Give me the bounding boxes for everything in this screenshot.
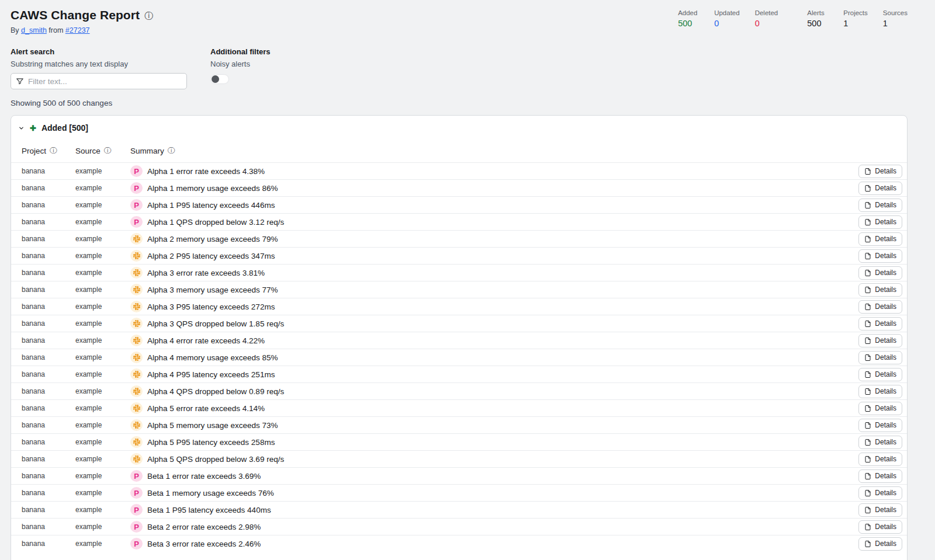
details-button[interactable]: Details [858, 215, 902, 229]
column-info-icon[interactable]: ⓘ [104, 147, 112, 155]
details-button[interactable]: Details [858, 249, 902, 263]
column-header-label: Summary [130, 147, 164, 155]
details-button[interactable]: Details [858, 436, 902, 449]
alert-type-icon: P [130, 487, 143, 499]
details-button[interactable]: Details [858, 368, 902, 381]
row-project: banana [22, 302, 75, 311]
info-icon[interactable]: ⓘ [144, 11, 153, 20]
details-button-label: Details [875, 252, 896, 260]
details-button[interactable]: Details [858, 520, 902, 534]
row-project: banana [22, 319, 75, 328]
stat: Updated 0 [714, 9, 739, 28]
details-button-label: Details [875, 523, 896, 531]
slack-icon [133, 269, 140, 276]
document-icon [864, 388, 871, 395]
details-button[interactable]: Details [858, 199, 902, 212]
row-source: example [75, 472, 130, 480]
alert-type-icon: P [130, 538, 143, 549]
details-button[interactable]: Details [858, 317, 902, 331]
row-source: example [75, 269, 130, 277]
row-summary-text: Alpha 3 P95 latency exceeds 272ms [147, 302, 275, 311]
byline-middle: from [49, 26, 63, 34]
document-icon [864, 235, 871, 243]
details-button[interactable]: Details [858, 351, 902, 364]
noisy-alerts-toggle[interactable] [210, 74, 229, 84]
details-button[interactable]: Details [858, 402, 902, 415]
details-button[interactable]: Details [858, 486, 902, 500]
stat-label: Added [678, 9, 699, 16]
details-button-label: Details [875, 387, 896, 395]
report-ref-link[interactable]: #27237 [65, 26, 90, 34]
slack-icon [133, 455, 140, 462]
alert-type-icon: P [130, 182, 143, 194]
column-info-icon[interactable]: ⓘ [50, 147, 57, 155]
details-button[interactable]: Details [858, 334, 902, 347]
column-header-label: Source [75, 147, 101, 155]
details-button-label: Details [875, 167, 896, 175]
slack-icon [133, 388, 140, 395]
document-icon [864, 201, 871, 209]
row-summary-text: Alpha 1 P95 latency exceeds 446ms [147, 201, 275, 210]
row-project: banana [22, 387, 75, 395]
details-button[interactable]: Details [858, 165, 902, 178]
row-summary: P Alpha 2 memory usage exceeds 79% [130, 233, 858, 245]
details-button[interactable]: Details [858, 232, 902, 246]
table-row: banana example P Beta 3 error rate excee… [11, 535, 907, 552]
table-row: banana example P Beta 1 memory usage exc… [11, 484, 907, 501]
details-button[interactable]: Details [858, 469, 902, 483]
alert-type-icon: P [130, 504, 143, 516]
stats-summary: Added 500 Updated 0 Deleted 0 Alerts 500… [678, 8, 908, 28]
column-info-icon[interactable]: ⓘ [168, 147, 175, 155]
details-button[interactable]: Details [858, 453, 902, 466]
details-button[interactable]: Details [858, 300, 902, 314]
added-section-title: Added [500] [41, 123, 88, 133]
alert-search-box [11, 73, 187, 89]
row-source: example [75, 201, 130, 209]
details-button-label: Details [875, 404, 896, 412]
details-button[interactable]: Details [858, 537, 902, 551]
row-project: banana [22, 269, 75, 277]
row-project: banana [22, 286, 75, 294]
byline-prefix: By [11, 26, 19, 34]
details-button-label: Details [875, 540, 896, 548]
row-source: example [75, 286, 130, 294]
document-icon [864, 303, 871, 311]
row-project: banana [22, 336, 75, 345]
details-button-label: Details [875, 235, 896, 243]
added-section-header[interactable]: ✚ Added [500] [11, 116, 907, 138]
details-button[interactable]: Details [858, 283, 902, 297]
details-button[interactable]: Details [858, 266, 902, 280]
details-button[interactable]: Details [858, 419, 902, 432]
details-button-label: Details [875, 302, 896, 311]
row-summary: P Alpha 1 QPS dropped below 3.12 req/s [130, 216, 858, 228]
p-badge-icon: P [134, 185, 139, 192]
p-badge-icon: P [134, 523, 139, 531]
total-stats-group: Alerts 500 Projects 1 Sources 1 [807, 9, 908, 28]
author-link[interactable]: d_smith [21, 26, 47, 34]
column-header-summary[interactable]: Summary ⓘ [130, 147, 896, 155]
stat-label: Projects [843, 9, 868, 16]
table-row: banana example P Alpha 2 P95 latency exc… [11, 247, 907, 264]
column-header-project[interactable]: Project ⓘ [22, 147, 75, 155]
column-header-source[interactable]: Source ⓘ [75, 147, 130, 155]
details-button[interactable]: Details [858, 182, 902, 195]
details-button-label: Details [875, 201, 896, 209]
table-row: banana example P Alpha 1 error rate exce… [11, 162, 907, 179]
alert-type-icon: P [130, 165, 143, 177]
details-button-label: Details [875, 269, 896, 277]
document-icon [864, 489, 871, 497]
alert-search-input[interactable] [28, 77, 182, 86]
table-row: banana example P Alpha 1 QPS dropped bel… [11, 213, 907, 230]
alert-type-icon: P [130, 233, 143, 245]
details-button-label: Details [875, 353, 896, 361]
row-source: example [75, 438, 130, 446]
row-project: banana [22, 167, 75, 175]
row-summary: P Alpha 1 P95 latency exceeds 446ms [130, 199, 858, 211]
details-button[interactable]: Details [858, 385, 902, 398]
row-summary: P Beta 1 P95 latency exceeds 440ms [130, 504, 858, 516]
table-row: banana example P Alpha 3 P95 latency exc… [11, 298, 907, 315]
table-row: banana example P Alpha 4 error rate exce… [11, 332, 907, 349]
row-source: example [75, 319, 130, 328]
title-block: CAWS Change Report ⓘ By d_smith from #27… [11, 8, 153, 34]
details-button[interactable]: Details [858, 503, 902, 517]
